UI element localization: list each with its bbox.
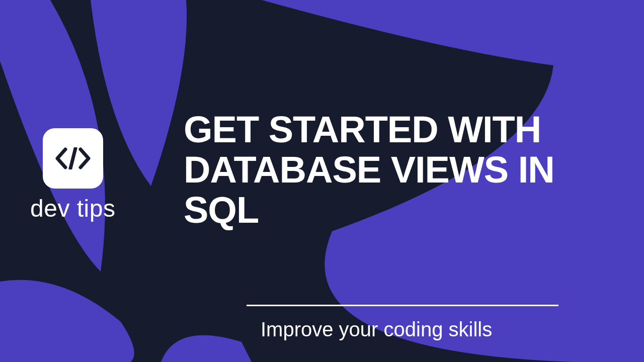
divider (247, 305, 558, 306)
brand-name: dev tips (30, 195, 115, 222)
brand-logo-block: dev tips (30, 128, 115, 222)
tagline-text: Improve your coding skills (247, 318, 558, 341)
page-title: GET STARTED WITH DATABASE VIEWS IN SQL (184, 110, 626, 230)
code-icon (43, 128, 103, 189)
footer: Improve your coding skills (247, 305, 558, 341)
